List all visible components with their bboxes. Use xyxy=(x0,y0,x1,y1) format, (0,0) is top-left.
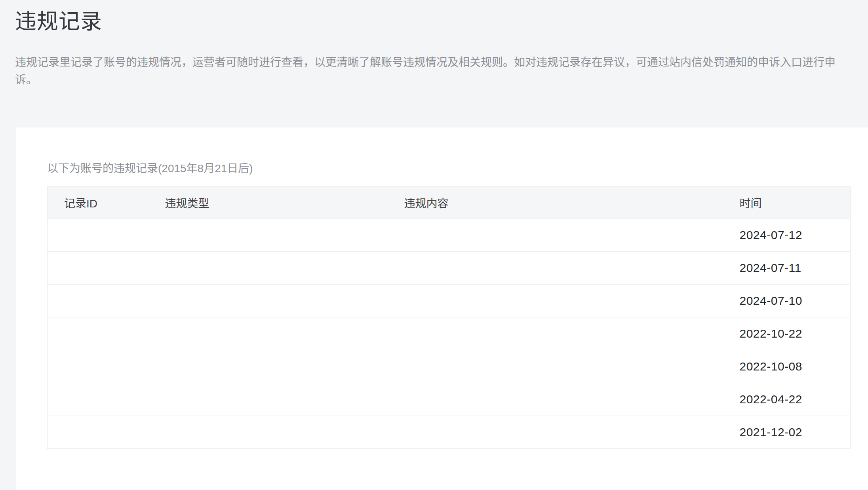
table-row: 2022-10-22 xyxy=(48,317,851,350)
redacted-violation-type xyxy=(165,232,262,239)
record-date: 2021-12-02 xyxy=(723,416,851,449)
redacted-violation-type xyxy=(165,363,260,370)
record-date: 2024-07-11 xyxy=(723,252,851,285)
redacted-record-id xyxy=(64,363,122,370)
table-header-row: 记录ID 违规类型 违规内容 时间 xyxy=(48,186,851,219)
redacted-violation-content xyxy=(404,330,485,337)
redacted-violation-type xyxy=(165,264,262,272)
table-row: 2024-07-11 xyxy=(48,252,851,285)
page-title: 违规记录 xyxy=(15,9,846,33)
table-row: 2024-07-10 xyxy=(48,285,851,317)
col-header-violation-type: 违规类型 xyxy=(148,186,388,219)
table-header: 记录ID 违规类型 违规内容 时间 xyxy=(48,186,851,219)
col-header-record-id: 记录ID xyxy=(48,186,148,219)
records-panel: 以下为账号的违规记录(2015年8月21日后) 记录ID 违规类型 违规内容 时… xyxy=(16,127,868,490)
redacted-record-id xyxy=(64,330,120,337)
redacted-record-id xyxy=(64,429,120,436)
redacted-violation-content xyxy=(404,232,509,239)
redacted-violation-content xyxy=(404,429,530,436)
page-description: 违规记录里记录了账号的违规情况，运营者可随时进行查看，以更清晰了解账号违规情况及… xyxy=(15,54,843,89)
redacted-violation-content xyxy=(404,363,511,370)
table-row: 2021-12-02 xyxy=(48,416,851,449)
table-row: 2022-10-08 xyxy=(48,350,851,383)
col-header-violation-content: 违规内容 xyxy=(388,186,723,219)
page: 违规记录 违规记录里记录了账号的违规情况，运营者可随时进行查看，以更清晰了解账号… xyxy=(0,0,868,490)
redacted-record-id xyxy=(64,396,124,403)
record-date: 2022-10-22 xyxy=(723,317,851,350)
page-header: 违规记录 违规记录里记录了账号的违规情况，运营者可随时进行查看，以更清晰了解账号… xyxy=(0,0,868,127)
record-date: 2024-07-12 xyxy=(723,219,851,252)
redacted-violation-type xyxy=(165,330,254,337)
redacted-record-id xyxy=(64,232,120,239)
table-row: 2024-07-12 xyxy=(48,219,851,252)
redacted-violation-content xyxy=(404,396,528,403)
table-row: 2022-04-22 xyxy=(48,383,851,416)
redacted-violation-type xyxy=(165,429,260,436)
redacted-violation-content xyxy=(404,297,485,304)
violation-records-table: 记录ID 违规类型 违规内容 时间 2024-07-12 202 xyxy=(47,186,851,449)
table-body: 2024-07-12 2024-07-11 2024-07-10 xyxy=(48,219,851,449)
redacted-violation-type xyxy=(165,396,335,403)
redacted-record-id xyxy=(64,297,122,304)
record-date: 2022-04-22 xyxy=(723,383,851,416)
redacted-record-id xyxy=(64,264,120,272)
col-header-time: 时间 xyxy=(723,186,851,219)
record-date: 2024-07-10 xyxy=(723,285,851,317)
table-caption: 以下为账号的违规记录(2015年8月21日后) xyxy=(47,161,850,177)
redacted-violation-type xyxy=(165,297,262,304)
record-date: 2022-10-08 xyxy=(723,350,851,383)
redacted-violation-content xyxy=(404,264,507,272)
